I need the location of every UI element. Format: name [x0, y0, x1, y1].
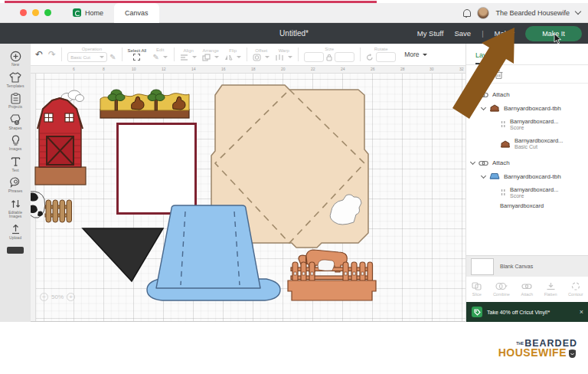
edit-group[interactable]: Edit ✎ — [152, 48, 168, 61]
layer-child-score-1[interactable]: Barnyardboxcard... Score — [466, 115, 588, 134]
promo-banner[interactable]: Take 40% off Cricut Vinyl!* × — [466, 302, 588, 322]
wood-fence-image[interactable] — [44, 198, 73, 225]
sidebar-item-templates[interactable]: Templates — [0, 71, 31, 89]
flip-label: Flip — [229, 48, 237, 53]
my-stuff-link[interactable]: My Stuff — [417, 29, 444, 38]
layer-group-attach-2[interactable]: Attach — [466, 156, 588, 169]
redo-icon[interactable]: ↷ — [48, 51, 56, 59]
images-icon — [9, 134, 21, 146]
app-header: Untitled* My Stuff Save | Maker Make It — [0, 23, 588, 44]
offset-label: Offset — [255, 48, 267, 53]
chevron-down-icon[interactable] — [481, 172, 486, 178]
cricut-design-space-window: Home Canvas The Bearded Housewife Untitl… — [0, 0, 588, 374]
lock-icon[interactable] — [326, 54, 332, 61]
projects-icon — [9, 92, 21, 104]
maximize-window-button[interactable] — [44, 9, 51, 16]
align-label: Align — [184, 48, 194, 53]
layer-child-score-2[interactable]: Barnyardboxcard... Score — [466, 183, 588, 202]
logo-line2: HOUSEWIFE — [498, 348, 567, 357]
flatten-button[interactable]: Flatten — [544, 282, 557, 297]
combine-button[interactable]: Combine — [493, 282, 510, 297]
tab-home[interactable]: Home — [62, 3, 114, 23]
warp-label: Warp — [279, 48, 289, 53]
tab-canvas[interactable]: Canvas — [114, 3, 159, 23]
sidebar-item-phrases[interactable]: Phrases — [0, 176, 31, 194]
banner-close-icon[interactable]: × — [580, 308, 583, 316]
trash-icon[interactable] — [495, 70, 503, 79]
width-field[interactable] — [304, 52, 324, 62]
flip-group[interactable]: Flip — [224, 48, 241, 61]
ruler-tick: 12 — [162, 67, 166, 71]
contour-icon — [571, 282, 580, 290]
sidebar-item-text[interactable]: Text — [0, 156, 31, 173]
operation-value: Basic Cut — [70, 55, 90, 60]
card-front-image[interactable] — [116, 123, 197, 215]
layer-group-attach-1[interactable]: Attach — [466, 88, 588, 101]
bearded-housewife-logo: THEBEARDED HOUSEWIFE — [498, 339, 577, 357]
make-it-button[interactable]: Make It — [525, 26, 582, 41]
chevron-down-icon[interactable] — [470, 91, 475, 97]
layers-panel-header: Layers — [466, 44, 588, 65]
barn-image[interactable] — [34, 94, 87, 186]
attach-button[interactable]: Attach — [521, 282, 534, 297]
close-window-button[interactable] — [20, 9, 27, 16]
ruler-tick: 6 — [73, 67, 75, 71]
sidebar-item-images[interactable]: Images — [0, 134, 31, 152]
blue-box-image[interactable] — [144, 204, 283, 306]
design-canvas[interactable]: 6 8 10 12 14 16 18 20 22 24 26 28 30 32 — [31, 66, 466, 322]
layer-item-barnyard-1[interactable]: Barnyardboxcard-tbh — [466, 101, 588, 115]
combine-icon — [495, 282, 508, 290]
chevron-down-icon[interactable] — [481, 104, 486, 110]
sidebar-item-upload[interactable]: Upload — [0, 223, 31, 241]
attach-action-icon — [521, 282, 532, 290]
save-link[interactable]: Save — [454, 29, 471, 38]
tab-layers[interactable]: Layers — [475, 51, 496, 64]
offset-group[interactable]: Offset — [253, 48, 270, 61]
left-sidebar: New Templates Projects Shapes Images Tex… — [0, 44, 31, 322]
height-field[interactable] — [335, 52, 354, 62]
align-group[interactable]: Align — [180, 48, 197, 61]
machine-selector[interactable]: Maker — [495, 29, 514, 38]
farm-scene-image[interactable] — [100, 87, 190, 120]
account-name[interactable]: The Bearded Housewife — [495, 9, 570, 17]
avatar[interactable] — [477, 7, 489, 19]
sidebar-partial-icon — [7, 247, 24, 254]
rotate-field[interactable] — [376, 52, 396, 62]
slice-button[interactable]: Slice — [472, 282, 482, 297]
more-button[interactable]: More — [404, 51, 426, 58]
sidebar-item-new[interactable]: New — [0, 50, 31, 67]
minimize-window-button[interactable] — [32, 9, 39, 16]
sidebar-item-shapes[interactable]: Shapes — [0, 113, 31, 131]
account-chevron-down-icon[interactable] — [575, 8, 581, 15]
contour-button[interactable]: Contour — [568, 282, 583, 297]
flatten-icon — [546, 282, 556, 290]
rotate-icon[interactable] — [366, 54, 374, 61]
notifications-bell-icon[interactable] — [462, 8, 471, 18]
color-pen-icon[interactable]: ✎ — [109, 53, 116, 61]
blank-canvas-row[interactable]: Blank Canvas — [466, 255, 588, 277]
zoom-in-icon[interactable]: + — [67, 293, 75, 301]
select-all-group[interactable]: Select All — [128, 48, 147, 61]
zoom-out-icon[interactable]: − — [40, 293, 48, 301]
zoom-level: 50% — [51, 294, 64, 300]
layer-item-barnyard-2[interactable]: Barnyardboxcard-tbh — [466, 169, 588, 183]
undo-icon[interactable]: ↶ — [35, 51, 43, 59]
sidebar-item-projects[interactable]: Projects — [0, 92, 31, 110]
beard-icon — [567, 349, 577, 359]
sidebar-item-editable-images[interactable]: Editable Images — [0, 198, 31, 219]
ruler-tick: 24 — [341, 67, 345, 71]
layers-toolbar — [466, 65, 588, 84]
operation-dropdown[interactable]: Basic Cut — [67, 52, 107, 62]
barn-layer-icon — [489, 104, 500, 112]
arrange-group[interactable]: Arrange — [202, 48, 219, 61]
flip-icon — [224, 54, 233, 61]
duplicate-icon[interactable] — [474, 70, 484, 79]
upload-icon — [9, 223, 21, 235]
zoom-control: − 50% + — [40, 293, 75, 301]
warp-group[interactable]: Warp — [275, 48, 292, 61]
layer-child-basiccut-1[interactable]: Barnyardboxcard... Basic Cut — [466, 134, 588, 153]
chevron-down-icon[interactable] — [470, 159, 475, 165]
cow-fence-image[interactable] — [283, 244, 381, 302]
ruler-tick: 28 — [400, 67, 405, 71]
layer-child-partial[interactable]: Barnyardboxcard — [466, 202, 588, 212]
